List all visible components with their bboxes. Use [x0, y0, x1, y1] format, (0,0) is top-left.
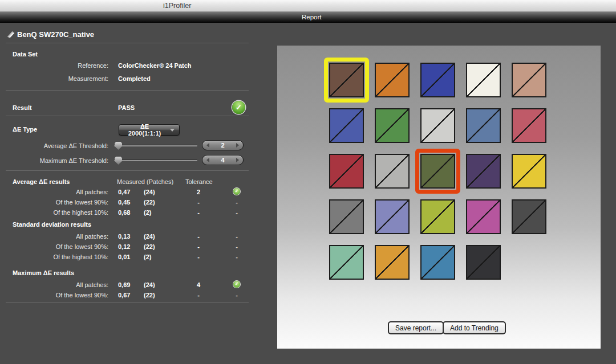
- row-label: All patches:: [17, 189, 108, 195]
- status-cell: -: [230, 198, 243, 205]
- measured-value: 0,13: [118, 233, 130, 240]
- color-patch[interactable]: [466, 245, 501, 280]
- patch-count: (22): [144, 243, 155, 250]
- average-threshold-stepper[interactable]: 2: [202, 140, 244, 150]
- color-patch[interactable]: [466, 108, 501, 143]
- color-patch[interactable]: [375, 108, 410, 143]
- color-patch[interactable]: [420, 108, 455, 143]
- color-patch[interactable]: [420, 63, 455, 97]
- no-tolerance-dash: -: [236, 209, 238, 216]
- status-cell: -: [230, 242, 243, 249]
- row-label: All patches:: [17, 281, 108, 288]
- section-heading: Maximum ΔE results: [13, 269, 74, 276]
- maximum-threshold-value: 4: [221, 157, 224, 163]
- row-label: Of the lowest 90%:: [17, 292, 108, 298]
- color-patch[interactable]: [420, 199, 455, 234]
- result-value: PASS: [118, 104, 135, 111]
- maximum-threshold-label: Maximum ΔE Threshold:: [11, 157, 108, 164]
- status-cell: -: [230, 232, 243, 239]
- report-header-bar: Report: [0, 12, 616, 23]
- color-patch[interactable]: [512, 199, 546, 234]
- reference-value: ColorChecker® 24 Patch: [118, 62, 192, 69]
- row-label: All patches:: [17, 233, 108, 240]
- pass-check-icon: ✓: [233, 188, 240, 195]
- measured-value: 0,68: [118, 209, 130, 216]
- tolerance-value: -: [188, 292, 209, 298]
- color-patch[interactable]: [375, 245, 410, 280]
- no-tolerance-dash: -: [236, 253, 238, 260]
- chevron-down-icon: [170, 129, 175, 132]
- tolerance-value: 2: [188, 189, 209, 195]
- row-label: Of the lowest 90%:: [17, 243, 108, 250]
- average-threshold-slider-thumb[interactable]: [115, 142, 122, 150]
- tolerance-value: -: [188, 253, 209, 260]
- patch-count: (22): [144, 292, 155, 298]
- average-threshold-label: Average ΔE Threshold:: [11, 142, 108, 149]
- divider: [6, 90, 249, 91]
- average-threshold-value: 2: [221, 142, 224, 149]
- no-tolerance-dash: -: [236, 233, 238, 240]
- add-to-trending-button[interactable]: Add to Trending: [443, 321, 506, 334]
- color-patch[interactable]: [512, 108, 546, 143]
- stepper-decrement-icon[interactable]: [206, 158, 209, 162]
- tolerance-value: -: [188, 209, 209, 216]
- color-patch[interactable]: [375, 63, 410, 97]
- measured-value: 0,45: [118, 199, 130, 206]
- color-patch[interactable]: [420, 154, 455, 189]
- color-patch[interactable]: [329, 63, 364, 97]
- de-type-label: ΔE Type: [13, 126, 37, 133]
- color-patch[interactable]: [466, 199, 501, 234]
- de-type-dropdown[interactable]: ΔE 2000(1:1:1): [119, 124, 180, 136]
- measured-value: 0,47: [118, 189, 130, 195]
- color-patch[interactable]: [329, 245, 364, 280]
- row-label: Of the lowest 90%:: [17, 199, 108, 206]
- color-patch[interactable]: [329, 154, 364, 189]
- maximum-threshold-slider[interactable]: [114, 159, 197, 161]
- patch-count: (2): [144, 253, 151, 260]
- color-patch[interactable]: [466, 63, 501, 97]
- patch-panel: Save report... Add to Trending: [277, 46, 601, 349]
- report-doc-icon: [6, 30, 16, 39]
- divider: [6, 116, 249, 116]
- report-tab-label: Report: [302, 12, 322, 23]
- no-tolerance-dash: -: [236, 243, 238, 250]
- tolerance-value: -: [188, 233, 209, 240]
- maximum-threshold-stepper[interactable]: 4: [202, 155, 244, 165]
- measured-value: 0,67: [118, 292, 130, 298]
- section-heading: Average ΔE results: [13, 178, 70, 185]
- pass-check-icon: ✓: [233, 281, 240, 288]
- status-cell: -: [230, 291, 243, 297]
- status-cell: ✓: [230, 187, 243, 195]
- color-patch[interactable]: [512, 63, 546, 97]
- measurement-label: Measurement:: [27, 75, 108, 82]
- divider: [6, 43, 249, 43]
- measured-column-header: Measured (Patches): [117, 178, 173, 185]
- stepper-decrement-icon[interactable]: [206, 143, 209, 148]
- patch-count: (2): [144, 209, 151, 216]
- reference-label: Reference:: [27, 62, 108, 69]
- tolerance-value: 4: [188, 281, 209, 288]
- color-patch[interactable]: [329, 199, 364, 234]
- color-patch[interactable]: [375, 154, 410, 189]
- maximum-threshold-slider-thumb[interactable]: [115, 157, 122, 165]
- de-type-selected: ΔE 2000(1:1:1): [124, 123, 165, 137]
- i1profiler-window: i1Profiler Report BenQ SW270C_native Dat…: [0, 0, 616, 364]
- average-threshold-slider[interactable]: [114, 145, 197, 146]
- divider: [6, 302, 249, 303]
- row-label: Of the highest 10%:: [17, 253, 108, 260]
- patch-count: (24): [144, 189, 155, 195]
- row-label: Of the highest 10%:: [17, 209, 108, 216]
- stepper-increment-icon[interactable]: [236, 158, 239, 162]
- color-patch[interactable]: [375, 199, 410, 234]
- color-patch[interactable]: [329, 108, 364, 143]
- measurement-value: Completed: [118, 75, 151, 82]
- no-tolerance-dash: -: [236, 199, 238, 206]
- save-report-button[interactable]: Save report...: [388, 321, 444, 334]
- tolerance-value: -: [188, 243, 209, 250]
- color-patch[interactable]: [466, 154, 501, 189]
- color-patch[interactable]: [420, 245, 455, 280]
- color-patch[interactable]: [512, 154, 546, 189]
- patch-count: (22): [144, 199, 155, 206]
- measured-value: 0,69: [118, 281, 130, 288]
- stepper-increment-icon[interactable]: [236, 143, 239, 148]
